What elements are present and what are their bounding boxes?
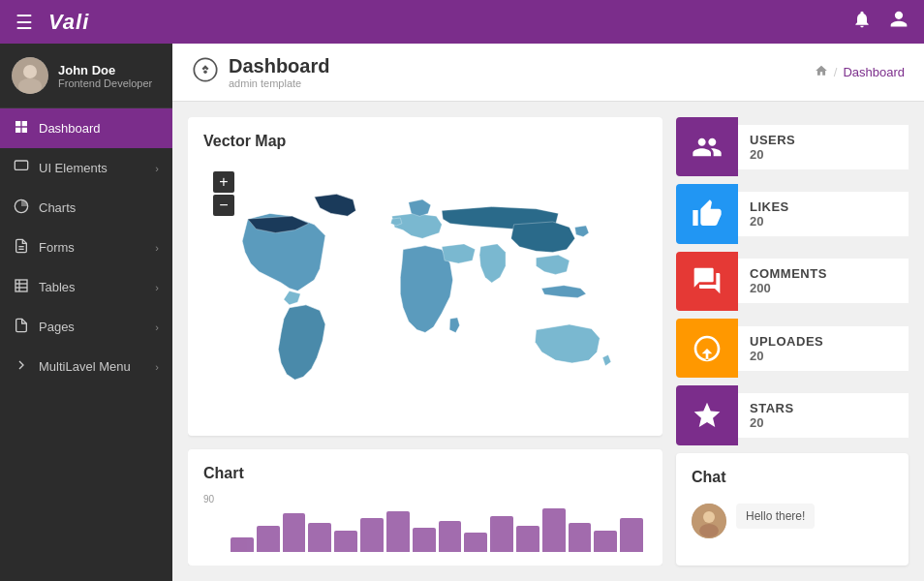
sidebar-user-info: John Doe Frontend Developer [58,63,152,89]
chart-bar-0 [231,537,254,552]
likes-stat-icon [676,184,738,243]
sidebar-label-tables: Tables [39,280,76,294]
sidebar-item-forms[interactable]: Forms › [0,228,172,267]
svg-point-2 [18,78,42,94]
svg-point-1 [23,65,37,78]
content-left: Vector Map + − [188,117,662,566]
stat-card-stars[interactable]: STARS 20 [676,385,909,444]
chat-title: Chat [692,469,893,486]
topbar-icons [852,10,909,34]
sidebar-profile: John Doe Frontend Developer [0,44,172,108]
uploads-stat-body: UPLOADES 20 [738,326,909,371]
sidebar: John Doe Frontend Developer Dashboard [0,44,172,581]
chat-avatar [692,504,726,538]
dashboard-icon [14,119,29,138]
user-icon[interactable] [889,10,909,34]
sidebar-item-pages[interactable]: Pages › [0,307,172,347]
svg-point-11 [194,58,216,80]
chevron-right-icon: › [155,361,159,373]
breadcrumb: / Dashboard [815,64,905,80]
sidebar-label-multilavel: MultiLavel Menu [39,359,131,374]
chart-y-label: 90 [203,494,214,505]
ui-elements-icon [14,159,29,177]
likes-stat-label: LIKES [750,199,897,214]
stars-stat-value: 20 [750,415,897,430]
uploads-stat-value: 20 [750,349,897,363]
uploads-stat-icon [676,319,738,378]
sidebar-item-ui-elements[interactable]: UI Elements › [0,148,172,188]
users-stat-icon [676,117,738,176]
sidebar-label-dashboard: Dashboard [39,121,101,136]
menu-icon[interactable]: ☰ [15,11,33,34]
chart-bar-3 [308,523,331,552]
chart-bar-13 [569,523,592,552]
chart-bar-10 [490,516,513,553]
map-container: + − [203,162,647,436]
likes-stat-value: 20 [750,214,897,229]
map-title: Vector Map [203,133,647,150]
sidebar-user-role: Frontend Developer [58,77,152,89]
sidebar-label-ui-elements: UI Elements [39,161,108,175]
sidebar-item-dashboard[interactable]: Dashboard [0,108,172,148]
svg-rect-7 [15,280,27,291]
comments-stat-label: COMMENTS [750,266,897,281]
chart-bar-15 [620,518,643,552]
svg-point-16 [699,524,719,537]
uploads-stat-label: UPLOADES [750,334,897,349]
forms-icon [14,238,29,257]
chevron-right-icon: › [155,242,159,254]
comments-stat-value: 200 [750,281,897,295]
chart-bar-12 [542,508,566,552]
stat-card-likes[interactable]: LIKES 20 [676,184,909,243]
chart-bar-2 [283,513,306,552]
sidebar-label-forms: Forms [39,240,75,255]
map-controls: + − [213,171,234,216]
sidebar-item-charts[interactable]: Charts [0,188,172,228]
map-zoom-out[interactable]: − [213,195,234,216]
main: Dashboard admin template / Dashboard Vec… [172,44,924,581]
comments-stat-icon [676,252,738,311]
users-stat-body: USERS 20 [738,125,909,169]
svg-point-12 [203,70,207,74]
chart-bar-14 [594,531,617,553]
chevron-right-icon: › [155,321,159,333]
chart-bar-6 [386,511,410,553]
sidebar-user-name: John Doe [58,63,152,77]
comments-stat-body: COMMENTS 200 [738,259,909,303]
chart-bar-4 [334,531,357,553]
chart-card: Chart 90 [188,449,662,566]
chevron-right-icon: › [155,282,159,293]
chevron-right-icon: › [155,163,159,174]
page-title: Dashboard [229,55,329,77]
multilavel-icon [14,357,29,376]
page-subtitle: admin template [229,77,329,89]
stat-card-comments[interactable]: COMMENTS 200 [676,252,909,311]
stat-card-uploads[interactable]: UPLOADES 20 [676,319,909,378]
breadcrumb-link[interactable]: Dashboard [843,65,905,79]
chart-bar-7 [413,528,436,552]
chart-bar-8 [439,521,462,553]
users-stat-label: USERS [750,133,897,147]
chart-bar-1 [257,526,280,553]
logo: Vali [48,10,89,35]
stars-stat-label: STARS [750,401,897,415]
sidebar-item-tables[interactable]: Tables › [0,267,172,307]
likes-stat-body: LIKES 20 [738,192,909,236]
svg-rect-3 [15,161,27,169]
bell-icon[interactable] [852,10,872,34]
chat-message: Hello there! [736,504,815,529]
layout: John Doe Frontend Developer Dashboard [0,44,924,581]
map-zoom-in[interactable]: + [213,171,234,193]
stat-card-users[interactable]: USERS 20 [676,117,909,176]
sidebar-item-multilavel[interactable]: MultiLavel Menu › [0,347,172,386]
content-right: USERS 20 LIKES 20 [676,117,909,566]
svg-point-15 [703,511,715,523]
map-card: Vector Map + − [188,117,662,436]
topbar: ☰ Vali [0,0,924,44]
avatar [12,57,48,94]
stars-stat-body: STARS 20 [738,393,909,438]
sidebar-nav: Dashboard UI Elements › [0,108,172,581]
content-area: Vector Map + − [172,102,924,581]
chart-bar-11 [516,526,539,553]
chart-bar-5 [360,518,384,552]
